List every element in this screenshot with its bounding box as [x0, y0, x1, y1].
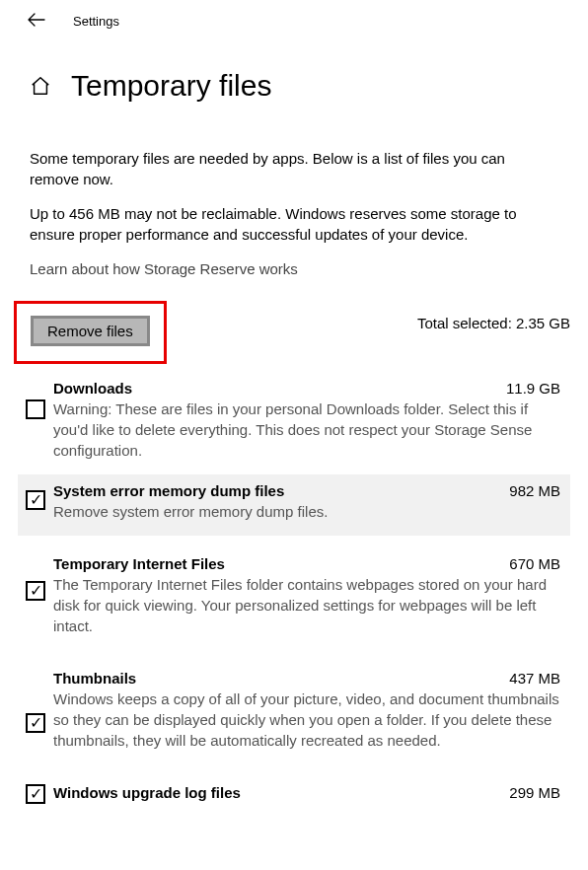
total-selected: Total selected: 2.35 GB — [417, 301, 574, 331]
page-title: Temporary files — [71, 69, 271, 103]
item-title: System error memory dump files — [53, 482, 284, 499]
list-item[interactable]: ✓ Temporary Internet Files 670 MB The Te… — [18, 547, 570, 650]
item-desc: The Temporary Internet Files folder cont… — [53, 574, 560, 636]
list-item[interactable]: ✓ System error memory dump files 982 MB … — [18, 474, 570, 536]
item-desc: Remove system error memory dump files. — [53, 501, 560, 522]
item-desc: Windows keeps a copy of all of your pict… — [53, 689, 560, 751]
item-size: 437 MB — [501, 670, 560, 687]
intro-text-2: Up to 456 MB may not be reclaimable. Win… — [30, 203, 558, 245]
list-item[interactable]: ✓ Thumbnails 437 MB Windows keeps a copy… — [18, 662, 570, 764]
file-category-list: Downloads 11.9 GB Warning: These are fil… — [0, 372, 588, 818]
highlight-box: Remove files — [14, 301, 167, 364]
title-row: Temporary files — [0, 37, 588, 120]
item-size: 11.9 GB — [498, 380, 560, 397]
checkbox[interactable] — [26, 399, 45, 419]
list-item[interactable]: ✓ Windows upgrade log files 299 MB — [18, 776, 570, 818]
checkbox[interactable]: ✓ — [26, 581, 45, 601]
item-size: 670 MB — [501, 555, 560, 572]
item-title: Windows upgrade log files — [53, 784, 241, 801]
item-title: Temporary Internet Files — [53, 555, 225, 572]
checkbox[interactable]: ✓ — [26, 713, 45, 733]
checkbox[interactable]: ✓ — [26, 490, 45, 510]
action-row: Remove files Total selected: 2.35 GB — [0, 279, 588, 372]
item-size: 299 MB — [501, 784, 560, 801]
item-title: Downloads — [53, 380, 132, 397]
back-icon[interactable] — [28, 12, 45, 30]
list-item[interactable]: Downloads 11.9 GB Warning: These are fil… — [18, 372, 570, 474]
intro-section: Some temporary files are needed by apps.… — [0, 120, 588, 279]
item-title: Thumbnails — [53, 670, 136, 687]
storage-reserve-link[interactable]: Learn about how Storage Reserve works — [30, 260, 298, 277]
header-label: Settings — [73, 14, 119, 29]
header-bar: Settings — [0, 0, 588, 37]
remove-files-button[interactable]: Remove files — [31, 316, 150, 346]
checkbox[interactable]: ✓ — [26, 784, 45, 804]
item-desc: Warning: These are files in your persona… — [53, 399, 560, 461]
item-size: 982 MB — [501, 482, 560, 499]
intro-text-1: Some temporary files are needed by apps.… — [30, 148, 558, 189]
home-icon[interactable] — [30, 75, 51, 97]
